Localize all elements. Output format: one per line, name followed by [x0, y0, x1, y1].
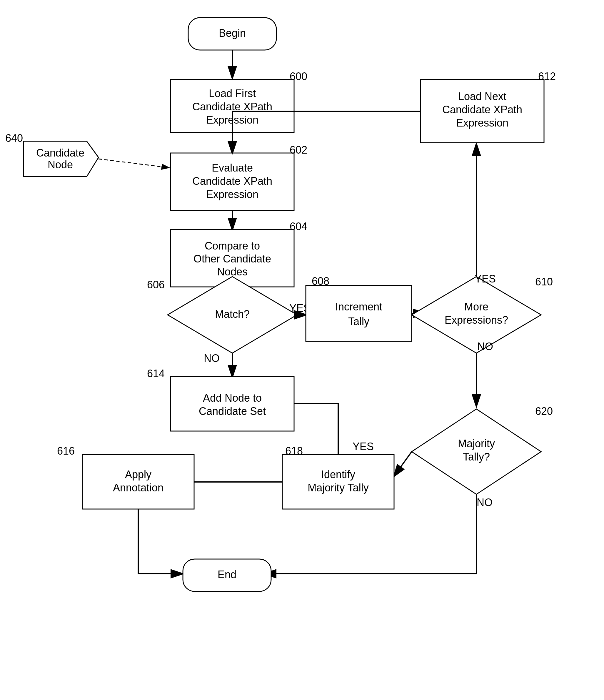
apply-label-2: Annotation	[113, 482, 163, 494]
ref-606: 606	[147, 279, 165, 291]
add-node-label-2: Candidate Set	[199, 405, 266, 417]
identify-label-1: Identify	[321, 469, 355, 480]
compare-label-1: Compare to	[205, 240, 260, 252]
more-expr-label-1: More	[464, 301, 489, 313]
ref-618: 618	[285, 445, 303, 457]
load-first-label-1: Load First	[209, 88, 256, 99]
compare-label-2: Other Candidate	[193, 253, 271, 265]
end-label: End	[218, 569, 236, 580]
match-label: Match?	[215, 308, 250, 320]
ref-640: 640	[5, 132, 23, 144]
load-next-label-3: Expression	[456, 117, 508, 129]
evaluate-label-3: Expression	[206, 188, 259, 200]
evaluate-label-2: Candidate XPath	[192, 175, 272, 187]
ref-602: 602	[290, 144, 307, 156]
compare-label-3: Nodes	[217, 266, 247, 278]
match-no-label: NO	[204, 352, 220, 364]
identify-label-2: Majority Tally	[308, 482, 368, 494]
ref-610: 610	[535, 276, 553, 288]
flowchart-diagram: Begin Load First Candidate XPath Express…	[0, 0, 604, 700]
add-node-label-1: Add Node to	[203, 392, 262, 404]
svg-line-12	[394, 452, 412, 476]
more-yes-label: YES	[475, 273, 496, 285]
majority-no-label: NO	[477, 496, 493, 508]
load-next-label-1: Load Next	[458, 90, 506, 102]
more-no-label: NO	[477, 341, 493, 352]
load-next-label-2: Candidate XPath	[442, 104, 522, 116]
increment-label-2: Tally	[348, 316, 369, 327]
apply-label-1: Apply	[125, 469, 152, 480]
candidate-node-label-2: Node	[48, 158, 73, 171]
ref-620: 620	[535, 405, 553, 417]
majority-tally-label-2: Tally?	[463, 451, 490, 463]
majority-tally-label-1: Majority	[458, 438, 495, 450]
increment-node	[306, 285, 412, 341]
majority-yes-label: YES	[352, 441, 374, 453]
candidate-node-label-1: Candidate	[36, 147, 84, 159]
ref-600: 600	[290, 70, 307, 82]
svg-line-4	[99, 159, 169, 168]
ref-604: 604	[290, 220, 307, 232]
ref-616: 616	[57, 445, 75, 457]
ref-608: 608	[312, 275, 330, 287]
increment-label-1: Increment	[335, 301, 382, 313]
ref-614: 614	[147, 368, 165, 380]
begin-label: Begin	[219, 27, 246, 39]
evaluate-label-1: Evaluate	[212, 162, 253, 174]
ref-612: 612	[538, 70, 556, 82]
more-expr-label-2: Expressions?	[445, 314, 508, 326]
